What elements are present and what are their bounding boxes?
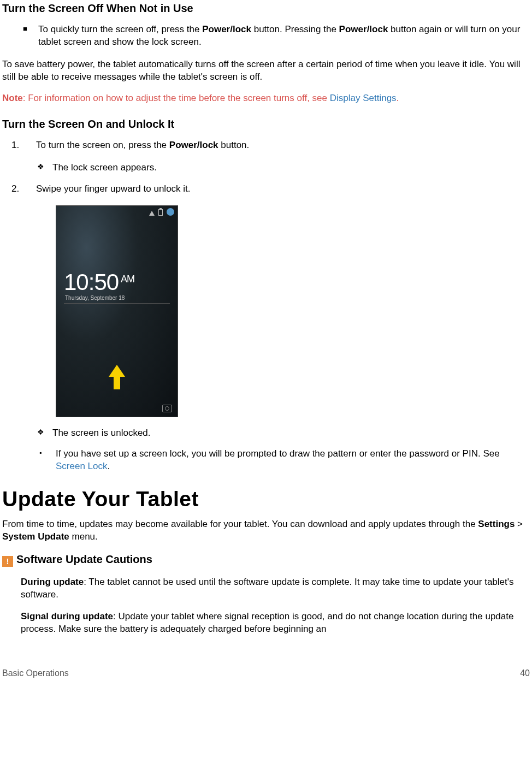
substep-item: The screen is unlocked. [37,427,530,440]
time-value: 10:50 [64,269,119,295]
warning-icon: ! [2,556,13,567]
text: If you have set up a screen lock, you wi… [56,448,500,459]
battery-icon [158,209,163,216]
text: . [108,461,110,471]
steps-list: To turn the screen on, press the Power/l… [2,139,530,152]
note-text: : For information on how to adjust the t… [23,93,330,103]
link-display-settings[interactable]: Display Settings [330,93,397,103]
note-label: Note [2,93,23,103]
bold-text: Settings [478,519,515,529]
status-bar [149,208,174,218]
text: From time to time, updates may become av… [2,519,478,529]
divider [64,303,170,304]
link-screen-lock[interactable]: Screen Lock [56,461,108,471]
caution-text: : The tablet cannot be used until the so… [21,577,514,600]
subnote-item: If you have set up a screen lock, you wi… [39,448,530,473]
subnote-list: If you have set up a screen lock, you wi… [2,448,530,473]
bold-text: Power/lock [169,140,218,150]
substep-list: The lock screen appears. [2,162,530,174]
swipe-up-arrow-icon [109,365,125,389]
heading-screen-on: Turn the Screen On and Unlock It [2,117,530,132]
substep-list-2: The screen is unlocked. [2,427,530,440]
text: > [515,519,523,529]
user-icon [167,208,174,216]
page-footer: Basic Operations 40 [2,667,530,679]
bold-text: System Update [2,531,69,542]
text: To turn the screen on, press the [36,140,169,150]
camera-icon [162,405,172,412]
heading-screen-off: Turn the Screen Off When Not in Use [2,1,530,16]
note-after: . [397,93,399,103]
caution-title: Software Update Cautions [16,553,152,565]
caution-label: During update [21,577,84,587]
page-number: 40 [520,667,530,679]
bullet-list-screen-off: To quickly turn the screen off, press th… [2,23,530,49]
step-1: To turn the screen on, press the Power/l… [22,139,530,152]
substep-item: The lock screen appears. [37,162,530,174]
time-ampm: AM [121,274,134,285]
heading-cautions: !Software Update Cautions [2,552,530,567]
bullet-item: To quickly turn the screen off, press th… [23,23,530,49]
caution-label: Signal during update [21,611,113,621]
steps-list-2: Swipe your finger upward to unlock it. [2,183,530,196]
text: button. Pressing the [251,24,339,34]
lock-time: 10:50AM [64,267,134,298]
lockscreen-figure: 10:50AM Thursday, September 18 [56,205,178,417]
heading-update-tablet: Update Your Tablet [2,485,530,514]
signal-icon [149,211,155,216]
paragraph-battery: To save battery power, the tablet automa… [2,58,530,84]
text: button. [218,140,250,150]
caution-during-update: During update: The tablet cannot be used… [21,576,530,601]
text: menu. [69,531,98,542]
note-line: Note: For information on how to adjust t… [2,92,530,105]
bold-text: Power/lock [202,24,251,34]
lock-date: Thursday, September 18 [65,294,125,302]
footer-section: Basic Operations [2,668,69,678]
paragraph-update-intro: From time to time, updates may become av… [2,518,530,543]
bold-text: Power/lock [339,24,388,34]
text: To quickly turn the screen off, press th… [38,24,202,34]
caution-signal: Signal during update: Update your tablet… [21,611,530,636]
step-2: Swipe your finger upward to unlock it. [22,183,530,196]
